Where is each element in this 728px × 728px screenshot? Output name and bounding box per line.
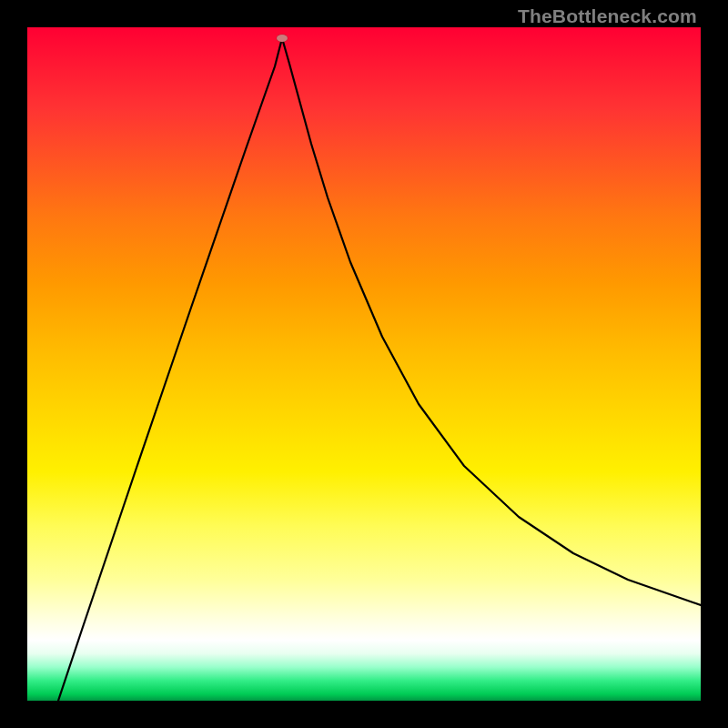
bottleneck-curve bbox=[58, 38, 701, 701]
curve-svg bbox=[27, 27, 701, 701]
optimal-point-marker bbox=[277, 35, 288, 42]
watermark-text: TheBottleneck.com bbox=[518, 5, 697, 27]
chart-frame: TheBottleneck.com bbox=[0, 0, 728, 728]
plot-area bbox=[27, 27, 701, 701]
